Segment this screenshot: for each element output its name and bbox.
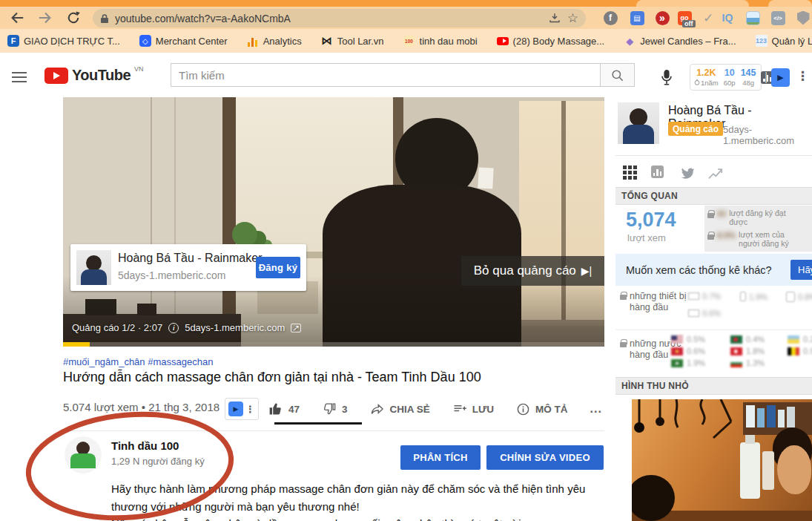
vidiq-video-button[interactable]: ▶ ⋮ — [225, 398, 259, 420]
share-button[interactable]: CHIA SẺ — [370, 402, 430, 416]
check-extension-icon[interactable]: ✓ — [700, 10, 716, 26]
more-actions-button[interactable]: ... — [590, 402, 602, 416]
video-thumbnail[interactable] — [632, 399, 812, 521]
upsell-button[interactable]: Hãy — [790, 260, 812, 280]
bookmark-giao-dich[interactable]: F GIAO DỊCH TRỰC T... — [7, 35, 120, 47]
bowtie-icon: ⋈ — [321, 35, 333, 47]
description-button[interactable]: MÔ TẢ — [516, 402, 568, 416]
channel-name[interactable]: Tinh dầu 100 — [111, 439, 179, 452]
advertiser-domain[interactable]: 5days-1.memberic.com — [118, 269, 226, 281]
shield-extension-icon[interactable] — [795, 10, 811, 26]
bookmark-body-massage[interactable]: (28) Body Massage... — [497, 35, 605, 47]
youtube-icon — [497, 35, 509, 47]
chart-icon[interactable] — [651, 166, 664, 178]
progress-track[interactable] — [63, 342, 604, 347]
forward-icon[interactable] — [36, 8, 55, 27]
card-extension-icon[interactable]: ▤ — [629, 10, 645, 26]
red-flag-icon — [671, 347, 683, 355]
lock-icon — [100, 13, 109, 24]
blue-yellow-flag-icon — [788, 335, 799, 344]
analytics-icon — [247, 35, 259, 47]
analyze-button[interactable]: PHÂN TÍCH — [400, 445, 481, 470]
subscriber-count: 1,29 N người đăng ký — [111, 456, 205, 467]
top-devices-row: những thiết bị hàng đầu — [620, 291, 692, 313]
lock-icon — [707, 213, 714, 218]
bookmark-jewel-candles[interactable]: ◆ Jewel Candles – Fra... — [624, 35, 736, 47]
channel-avatar[interactable] — [65, 436, 102, 474]
external-link-icon[interactable]: ↗ — [291, 324, 301, 332]
vidiq-icon: ▶ — [228, 402, 243, 416]
ad-info-bar: Quảng cáo 1/2 · 2:07 i 5days-1.memberic.… — [72, 322, 301, 333]
sidebar-advertiser-domain[interactable]: 5days-1.memberic.com — [723, 124, 812, 146]
dislike-button[interactable]: 3 — [322, 402, 348, 416]
wires-decoration — [632, 399, 743, 451]
more-vertical-icon[interactable]: ⋮ — [796, 68, 809, 84]
ad-info-icon[interactable]: i — [168, 323, 179, 333]
screenshot-extension-icon[interactable] — [745, 10, 761, 26]
upsell-banner: Muốn xem các thống kê khác? — [615, 254, 812, 286]
extension-off-badge: off — [682, 20, 696, 27]
code-extension-icon[interactable]: </> — [770, 10, 786, 26]
ad-channel-card[interactable]: Hoàng Bá Tầu - Rainmaker 5days-1.memberi… — [70, 244, 306, 291]
playback-speed-extension-icon[interactable]: » — [654, 10, 670, 26]
view-count-date: 5.074 lượt xem • 21 thg 3, 2018 — [63, 401, 219, 413]
region-label: VN — [134, 65, 144, 73]
save-button[interactable]: LƯU — [452, 402, 494, 416]
thumbs-down-icon — [322, 402, 337, 416]
twitter-icon[interactable] — [679, 165, 696, 184]
vidiq-icon[interactable]: ▶ — [771, 68, 790, 87]
bookmark-star-icon[interactable]: ☆ — [567, 12, 578, 24]
like-button[interactable]: 47 — [268, 402, 300, 416]
browser-tab[interactable] — [768, 0, 812, 7]
save-page-icon[interactable] — [548, 12, 561, 25]
bookmark-tinh-dau-mobi[interactable]: 100 tinh dau mobi — [403, 35, 478, 47]
stat-48g: 145 48g — [741, 68, 756, 86]
advertiser-name[interactable]: Hoàng Bá Tầu - Rainmaker — [118, 252, 262, 265]
search-button[interactable] — [601, 63, 635, 87]
locked-stat: 50 lượt đăng ký đạt được — [707, 209, 809, 226]
skip-ad-button[interactable]: Bỏ qua quảng cáo ▶| — [461, 256, 604, 286]
black-yellow-red-flag-icon — [788, 347, 799, 355]
browser-tab[interactable] — [636, 0, 749, 7]
100-icon: 100 — [403, 35, 415, 47]
green-red-flag-icon — [730, 335, 742, 344]
more-vertical-icon[interactable]: ⋮ — [245, 404, 255, 415]
video-player[interactable]: Hoàng Bá Tầu - Rainmaker 5days-1.memberi… — [63, 97, 604, 347]
123-icon: 123 — [756, 35, 768, 47]
white-bottle — [740, 442, 760, 499]
back-icon[interactable] — [7, 8, 27, 27]
gem-icon: ◆ — [624, 35, 636, 47]
bookmark-merchant-center[interactable]: ◇ Merchant Center — [139, 35, 228, 47]
country-stats-col2: 0.4% 1.8% 1.3% — [730, 335, 765, 370]
vidiq-stats-widget[interactable]: 1.2K 1năm 10 60p 145 48g — [690, 64, 762, 91]
search-input[interactable] — [171, 63, 601, 87]
grid-view-icon[interactable] — [623, 166, 637, 180]
subscribe-button[interactable]: Đăng ký — [256, 257, 300, 278]
edit-video-button[interactable]: CHỈNH SỬA VIDEO — [486, 445, 604, 470]
reload-icon[interactable] — [64, 8, 83, 27]
mic-icon[interactable] — [658, 69, 675, 90]
menu-icon[interactable] — [12, 69, 27, 85]
bookmark-tool-lar[interactable]: ⋈ Tool Lar.vn — [321, 35, 384, 47]
green-flag-icon — [671, 359, 683, 367]
thumbnail-section-header: HÌNH THU NHỎ — [615, 377, 812, 395]
ad-link[interactable]: 5days-1.memberic.com — [185, 322, 285, 333]
like-ratio-bar — [274, 422, 362, 425]
video-hashtags[interactable]: #muối_ngâm_chân #massagechan — [63, 356, 213, 367]
info-icon — [516, 402, 530, 416]
youtube-logo[interactable]: YouTube VN — [44, 67, 144, 84]
overview-section-header: TỔNG QUAN — [615, 187, 812, 205]
sidebar-advertiser-avatar[interactable] — [618, 102, 659, 144]
sidebar-view-count: 5,074 — [626, 209, 676, 232]
bookmark-quan-ly-link[interactable]: 123 Quản lý Link 123 — [756, 35, 812, 47]
lock-icon — [620, 342, 627, 347]
plant — [232, 222, 257, 247]
vidiq-extension-icon[interactable]: IQ — [719, 10, 736, 26]
video-actions: 47 3 CHIA SẺ LƯU MÔ TẢ ... — [268, 398, 602, 420]
facebook-extension-icon[interactable]: f — [602, 10, 618, 26]
address-bar[interactable]: youtube.com/watch?v=a-AakoNCmbA ☆ — [93, 9, 586, 27]
bookmark-analytics[interactable]: Analytics — [247, 35, 302, 47]
share-icon — [370, 402, 385, 416]
trend-icon[interactable] — [707, 166, 724, 184]
url-text[interactable]: youtube.com/watch?v=a-AakoNCmbA — [115, 13, 291, 24]
